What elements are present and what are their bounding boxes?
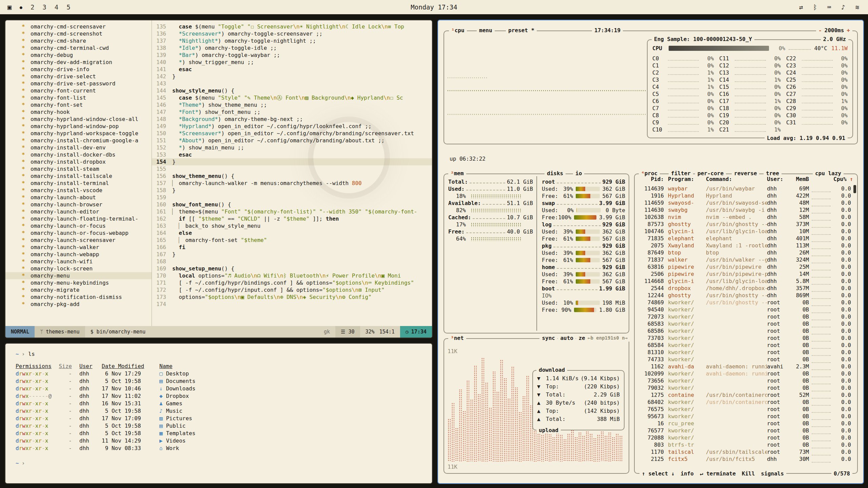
process-row[interactable]: 104746glycin-i/usr/lib/glycin-loadersdhh… — [637, 228, 855, 235]
tab-io[interactable]: io — [573, 170, 584, 177]
proc-filter-button[interactable]: filter — [669, 170, 693, 177]
file-item[interactable]: *omarchy-cmd-screenshot — [5, 30, 152, 37]
file-item[interactable]: *omarchy-install-dropbox — [5, 158, 152, 165]
file-item[interactable]: *omarchy-install-chromium-google-a — [5, 137, 152, 144]
code-line[interactable]: 170 local options="♬ Audio\n☊ Wifi\nᛒ Bl… — [152, 272, 432, 279]
code-line[interactable]: 155 — [152, 165, 432, 172]
bluetooth-icon[interactable]: ᛒ — [813, 3, 817, 11]
file-item[interactable]: *omarchy-drive-select — [5, 73, 152, 80]
file-item[interactable]: *omarchy-launch-or-focus — [5, 222, 152, 229]
proc-per-core-toggle[interactable]: per-core — [695, 170, 726, 177]
code-line[interactable]: 152 *) show_main_menu ;; — [152, 144, 432, 151]
info-button[interactable]: info — [680, 470, 694, 477]
process-row[interactable]: 1275containe/usr/bin/containerdroot52M0.… — [637, 391, 855, 399]
file-item[interactable]: *omarchy-launch-walker — [5, 244, 152, 251]
process-row[interactable]: 114668glycin-i/usr/lib/glycin-loadersdhh… — [637, 278, 855, 285]
code-line[interactable]: 145 case $(menu "Style" "✎ Theme\nⒶ Font… — [152, 94, 432, 101]
workspace-2[interactable]: 2 — [31, 3, 34, 11]
prompt-line-bottom[interactable]: ~› — [16, 460, 432, 467]
process-row[interactable]: 63816pipewire/usr/bin/pipewiredhh25M0.0 — [637, 263, 855, 270]
screen-recorder-icon[interactable]: ▣ — [7, 3, 12, 11]
process-row[interactable]: 79032kworker/root0B0.0 — [637, 384, 855, 391]
file-item[interactable]: *omarchy-debug — [5, 52, 152, 59]
file-item[interactable]: *omarchy-pkg-add — [5, 301, 152, 308]
process-row[interactable]: 1162avahi-daavahi-daemon: running [avahi… — [637, 363, 855, 370]
process-row[interactable]: 1916HyprlandHyprlanddhh422M0.0 — [637, 192, 855, 199]
process-row[interactable]: 2544dropbox/home/dhh/.dropbox-distdhh357… — [637, 285, 855, 292]
code-line[interactable]: 161▏ theme=$(menu "Font" "$(omarchy-font… — [152, 208, 432, 215]
file-item[interactable]: *omarchy-hook — [5, 108, 152, 116]
process-row[interactable]: 73656kworker/root0B0.0 — [637, 377, 855, 384]
file-item[interactable]: *omarchy-cmd-screensaver — [5, 23, 152, 30]
file-item[interactable]: *omarchy-hyprland-window-close-all — [5, 116, 152, 123]
file-item[interactable]: *omarchy-migrate — [5, 286, 152, 293]
code-line[interactable]: 141 esac — [152, 66, 432, 73]
code-line[interactable]: 156show_theme_menu() { — [152, 172, 432, 180]
proc-scrollbar-thumb[interactable] — [853, 185, 856, 193]
process-row[interactable]: 87649btopbtopdhh26M0.0 — [637, 249, 855, 256]
file-item[interactable]: *omarchy-font-set — [5, 101, 152, 108]
file-item[interactable]: *omarchy-launch-webapp — [5, 251, 152, 258]
code-line[interactable]: 140 *) show_trigger_menu ;; — [152, 59, 432, 66]
proc-sort-selector[interactable]: cpu lazy — [813, 170, 844, 177]
tab-menu[interactable]: menu — [477, 27, 495, 34]
process-row[interactable]: 114630swaybg/usr/bin/swaybg -i /homdhh12… — [637, 206, 855, 214]
file-item[interactable]: *omarchy-lock-screen — [5, 265, 152, 272]
file-item[interactable]: *omarchy-hyprland-window-pop — [5, 123, 152, 130]
code-line[interactable]: 172 [ -f ~/.config/hypr/input.conf ] && … — [152, 286, 432, 293]
tab-cpu[interactable]: ¹cpu — [449, 27, 467, 34]
process-row[interactable]: 71835elephantelephantdhh401M0.0 — [637, 235, 855, 242]
process-row[interactable]: 2506pipewire/usr/bin/pipewire-pulsedhh14… — [637, 270, 855, 278]
tab-preset[interactable]: preset * — [506, 27, 537, 34]
process-row[interactable]: 12244ghostty/usr/bin/ghostty --gtk-dhh86… — [637, 292, 855, 299]
file-item[interactable]: *omarchy-launch-or-focus-webapp — [5, 229, 152, 237]
updates-icon[interactable]: ⇄ — [799, 3, 803, 11]
code-line[interactable]: 149 *Hyprland*) open_in_editor ~/.config… — [152, 123, 432, 130]
file-item[interactable]: *omarchy-install-terminal — [5, 180, 152, 187]
process-row[interactable]: 68583kworker/root0B0.0 — [637, 320, 855, 327]
proc-tree-toggle[interactable]: tree — [764, 170, 782, 177]
code-line[interactable]: 173 options="$options\n▣ Defaults\n⊕ DNS… — [152, 293, 432, 301]
file-item[interactable]: *omarchy-launch-editor — [5, 208, 152, 215]
file-item[interactable]: *omarchy-install-docker-dbs — [5, 151, 152, 158]
process-row[interactable]: 71837walker/usr/bin/walker --gappldhh324… — [637, 256, 855, 263]
file-item[interactable]: *omarchy-cmd-terminal-cwd — [5, 44, 152, 52]
code-line[interactable]: 169show_setup_menu() { — [152, 265, 432, 272]
code-line[interactable]: 143 — [152, 80, 432, 87]
code-line[interactable]: 171 [ -f ~/.config/hypr/bindings.conf ] … — [152, 279, 432, 286]
proc-reverse-toggle[interactable]: reverse — [732, 170, 759, 177]
file-item[interactable]: *omarchy-font-current — [5, 87, 152, 94]
file-item[interactable]: *omarchy-launch-floating-terminal- — [5, 215, 152, 222]
workspace-4[interactable]: 4 — [55, 3, 58, 11]
code-line[interactable]: 165 ▏ omarchy-font-set "$theme" — [152, 237, 432, 244]
file-item[interactable]: *omarchy-install-steam — [5, 165, 152, 172]
file-item[interactable]: *omarchy-launch-about — [5, 194, 152, 201]
code-line[interactable]: 154} — [152, 158, 432, 165]
code-line[interactable]: 139 *Bar*) omarchy-toggle-waybar ;; — [152, 52, 432, 59]
process-row[interactable]: 74733kworker/root0B0.0 — [637, 356, 855, 363]
code-line[interactable]: 135 case $(menu "Toggle" "☐ Screensaver\… — [152, 23, 432, 30]
keyboard-icon[interactable]: ⌨ — [827, 3, 831, 11]
process-row[interactable]: 74869kworker//usr/bin/ghostty --gtk-root… — [637, 299, 855, 306]
process-row[interactable]: 68584kworker/root0B0.0 — [637, 342, 855, 349]
process-row[interactable]: 72088kworker/root0B0.0 — [637, 434, 855, 441]
process-row[interactable]: 94540kworker/root0B0.0 — [637, 306, 855, 313]
signals-button[interactable]: signals — [761, 470, 784, 477]
process-row[interactable]: 72073kworker/root0B0.0 — [637, 313, 855, 320]
code-line[interactable]: 167} — [152, 251, 432, 258]
file-item[interactable]: *omarchy-drive-info — [5, 66, 152, 73]
code-line[interactable]: 150 *Screensaver*) open_in_editor ~/.con… — [152, 130, 432, 137]
process-row[interactable]: 803btrfs-trroot0B0.0 — [637, 441, 855, 448]
file-item[interactable]: *omarchy-hyprland-workspace-toggle — [5, 130, 152, 137]
process-row[interactable]: 87573ghostty/usr/bin/ghostty --gtk-dhh37… — [637, 221, 855, 228]
file-item[interactable]: *omarchy-cmd-share — [5, 37, 152, 44]
file-item[interactable]: *omarchy-menu — [5, 272, 152, 279]
file-item[interactable]: *omarchy-dev-add-migration — [5, 59, 152, 66]
net-sync-toggle[interactable]: sync — [539, 334, 557, 342]
process-row[interactable]: 68586kworker/root0B0.0 — [637, 327, 855, 334]
select-hint[interactable]: ↑ select ↓ — [642, 470, 674, 477]
code-line[interactable]: 163 ▏ back_to show_style_menu — [152, 222, 432, 229]
code-line[interactable]: 162 if [[ "$theme" == "CNCLD" || -z "$th… — [152, 215, 432, 222]
code-line[interactable]: 144show_style_menu() { — [152, 87, 432, 94]
tab-disks[interactable]: disks — [545, 170, 566, 177]
